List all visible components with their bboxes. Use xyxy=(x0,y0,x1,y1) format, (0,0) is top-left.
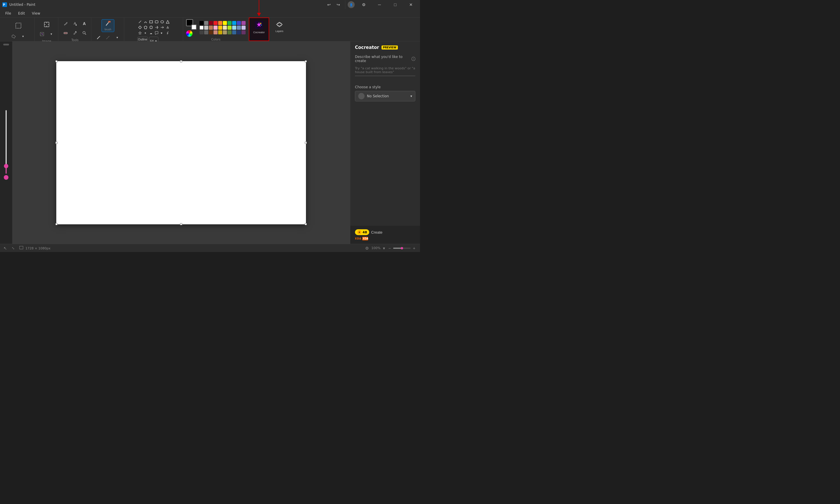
menu-edit[interactable]: Edit xyxy=(15,10,28,17)
handle-right[interactable] xyxy=(305,142,307,144)
cocreator-button[interactable]: Cocreator xyxy=(252,20,266,35)
shape-arrow[interactable] xyxy=(154,25,159,30)
layers-button[interactable]: Layers xyxy=(272,19,287,34)
color-cyan[interactable] xyxy=(232,21,236,25)
brush-dropdown[interactable]: ▼ xyxy=(113,33,122,42)
menu-view[interactable]: View xyxy=(29,10,43,17)
color-medgray[interactable] xyxy=(204,30,208,34)
color-darkred[interactable] xyxy=(209,21,213,25)
color-lime[interactable] xyxy=(227,25,232,30)
shape-arrow2[interactable] xyxy=(159,25,165,30)
shape-lightning[interactable] xyxy=(165,30,170,36)
magic-select-button[interactable] xyxy=(38,30,46,38)
color-lightgray[interactable] xyxy=(204,25,208,30)
color-pink[interactable] xyxy=(213,25,218,30)
shape-rect[interactable] xyxy=(149,19,154,24)
zoom-dropdown[interactable]: ▾ xyxy=(382,245,386,251)
color-darkyellow[interactable] xyxy=(218,30,222,34)
magnifier-button[interactable] xyxy=(80,29,89,37)
shape-cloud[interactable]: ☁ xyxy=(149,30,154,36)
xda-logo: XDA xyxy=(355,237,361,240)
color-white[interactable] xyxy=(200,25,204,30)
shape-rect2[interactable] xyxy=(154,19,159,24)
color-orange[interactable] xyxy=(218,21,222,25)
svg-text:✦: ✦ xyxy=(144,32,147,35)
free-select-button[interactable] xyxy=(9,32,18,41)
color-navy[interactable] xyxy=(232,30,236,34)
color-olive[interactable] xyxy=(227,30,232,34)
color-darkpurple[interactable] xyxy=(241,30,245,34)
color-red[interactable] xyxy=(213,21,218,25)
zoom-settings-button[interactable]: ⚙ xyxy=(364,245,370,251)
zoom-in-button[interactable]: + xyxy=(412,245,416,251)
style-dropdown[interactable]: No Selection ▾ xyxy=(355,91,415,102)
color-gold[interactable] xyxy=(218,25,222,30)
info-icon[interactable]: i xyxy=(412,57,415,61)
color-purple[interactable] xyxy=(241,21,245,25)
settings-button[interactable]: ⚙ xyxy=(357,0,371,9)
color-green[interactable] xyxy=(227,21,232,25)
brush-option-1[interactable] xyxy=(94,33,103,42)
drawing-canvas[interactable] xyxy=(56,61,306,224)
redo-button[interactable]: ↪ xyxy=(334,0,343,9)
select-all-button[interactable]: ▼ xyxy=(47,30,56,38)
rectangular-select-button[interactable] xyxy=(12,19,25,32)
select-options-button[interactable]: ▼ xyxy=(19,32,28,41)
color-lavender[interactable] xyxy=(241,25,245,30)
transform-button[interactable] xyxy=(41,19,52,30)
handle-bottomright[interactable] xyxy=(305,223,307,225)
shape-heart[interactable]: ♥ xyxy=(159,30,165,36)
color-periwinkle[interactable] xyxy=(237,25,241,30)
shape-hex[interactable] xyxy=(149,25,154,30)
text-button[interactable]: A xyxy=(80,19,89,28)
shape-ellipse[interactable] xyxy=(159,19,165,24)
undo-button[interactable]: ↩ xyxy=(325,0,333,9)
handle-bottomleft[interactable] xyxy=(55,223,57,225)
color-blue[interactable] xyxy=(237,21,241,25)
shape-star[interactable] xyxy=(137,30,143,36)
zoom-slider-thumb[interactable] xyxy=(401,247,403,249)
color-darkgray2[interactable] xyxy=(200,30,204,34)
color-salmon[interactable] xyxy=(213,30,218,34)
color-tan[interactable] xyxy=(223,30,227,34)
brush-size-slider[interactable] xyxy=(5,110,7,174)
shape-misc[interactable] xyxy=(165,25,170,30)
color-picker-button[interactable] xyxy=(186,30,192,37)
pencil-button[interactable] xyxy=(61,19,70,28)
color-sienna[interactable] xyxy=(209,30,213,34)
shape-diamond[interactable] xyxy=(137,25,143,30)
create-button[interactable]: Create xyxy=(371,230,382,235)
fill-button[interactable] xyxy=(71,19,79,28)
description-input[interactable] xyxy=(355,65,415,76)
handle-bottom[interactable] xyxy=(180,223,182,225)
shape-triangle[interactable] xyxy=(165,19,170,24)
color-lightblue[interactable] xyxy=(232,25,236,30)
shape-speech[interactable] xyxy=(154,30,159,36)
shape-star2[interactable]: ✦ xyxy=(143,30,148,36)
color-black[interactable] xyxy=(200,21,204,25)
color-gray[interactable] xyxy=(204,21,208,25)
secondary-color-swatch[interactable] xyxy=(191,24,196,30)
brush-option-2[interactable] xyxy=(104,33,112,42)
zoom-out-button[interactable]: − xyxy=(387,245,392,251)
eyedropper-button[interactable] xyxy=(71,29,79,37)
handle-topleft[interactable] xyxy=(55,60,57,62)
close-button[interactable]: ✕ xyxy=(404,0,418,9)
shape-line[interactable] xyxy=(137,19,143,24)
active-brush-button[interactable]: brush xyxy=(102,19,114,32)
shape-pent[interactable] xyxy=(143,25,148,30)
maximize-button[interactable]: □ xyxy=(389,0,402,9)
color-yellow[interactable] xyxy=(223,21,227,25)
shape-curve[interactable] xyxy=(143,19,148,24)
handle-left[interactable] xyxy=(55,142,57,144)
eraser-button[interactable] xyxy=(61,29,70,37)
color-cream[interactable] xyxy=(223,25,227,30)
color-brown[interactable] xyxy=(209,25,213,30)
handle-top[interactable] xyxy=(180,60,182,62)
menu-file[interactable]: File xyxy=(2,10,14,17)
canvas-area[interactable] xyxy=(12,41,350,244)
minimize-button[interactable]: ─ xyxy=(373,0,386,9)
color-darkblue[interactable] xyxy=(237,30,241,34)
user-avatar[interactable]: 👤 xyxy=(348,1,355,8)
handle-topright[interactable] xyxy=(305,60,307,62)
